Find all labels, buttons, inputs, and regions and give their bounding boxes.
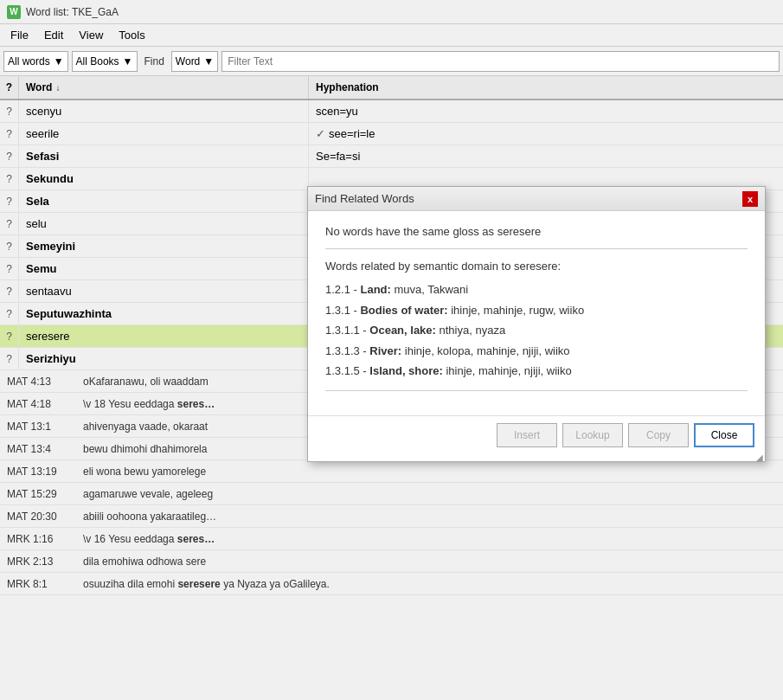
domain-name: Land: [360, 283, 394, 296]
insert-button[interactable]: Insert [497, 423, 557, 447]
close-button[interactable]: Close [694, 423, 754, 447]
domain-code: 1.2.1 - [325, 283, 360, 296]
modal-body: No words have the same gloss as seresere… [308, 211, 765, 415]
modal-resize-handle[interactable]: ◢ [308, 454, 765, 461]
domain-words: muva, Takwani [394, 283, 468, 296]
modal-titlebar: Find Related Words x [308, 187, 765, 211]
domain-name: Bodies of water: [360, 304, 451, 317]
find-related-words-modal: Find Related Words x No words have the s… [307, 186, 766, 462]
modal-title: Find Related Words [315, 192, 414, 205]
list-item: 1.3.1.3 - River: ihinje, kolopa, mahinje… [325, 343, 748, 360]
domain-words: ihinje, mahinje, njiji, wiiko [446, 364, 571, 377]
domain-words: ihinje, mahinje, rugw, wiiko [451, 304, 584, 317]
domain-name: River: [369, 344, 404, 357]
modal-overlay: Find Related Words x No words have the s… [0, 0, 783, 700]
modal-divider-top [325, 248, 748, 249]
domain-name: Ocean, lake: [369, 324, 439, 337]
modal-no-words-text: No words have the same gloss as seresere [325, 225, 748, 238]
list-item: 1.2.1 - Land: muva, Takwani [325, 281, 748, 299]
modal-close-button[interactable]: x [742, 191, 758, 207]
domain-words: nthiya, nyaza [440, 324, 506, 337]
lookup-button[interactable]: Lookup [562, 423, 623, 447]
modal-section-title: Words related by semantic domain to sere… [325, 260, 748, 273]
list-item: 1.3.1 - Bodies of water: ihinje, mahinje… [325, 302, 748, 319]
domain-code: 1.3.1.5 - [325, 364, 369, 377]
copy-button[interactable]: Copy [628, 423, 689, 447]
domain-name: Island, shore: [369, 364, 446, 377]
modal-footer: Insert Lookup Copy Close [308, 415, 765, 454]
modal-related-list: 1.2.1 - Land: muva, Takwani 1.3.1 - Bodi… [325, 281, 748, 380]
list-item: 1.3.1.5 - Island, shore: ihinje, mahinje… [325, 363, 748, 380]
domain-code: 1.3.1 - [325, 304, 360, 317]
modal-divider-bottom [325, 390, 748, 391]
domain-code: 1.3.1.3 - [325, 344, 369, 357]
domain-words: ihinje, kolopa, mahinje, njiji, wiiko [405, 344, 570, 357]
list-item: 1.3.1.1 - Ocean, lake: nthiya, nyaza [325, 322, 748, 339]
resize-icon: ◢ [756, 453, 763, 462]
domain-code: 1.3.1.1 - [325, 324, 369, 337]
